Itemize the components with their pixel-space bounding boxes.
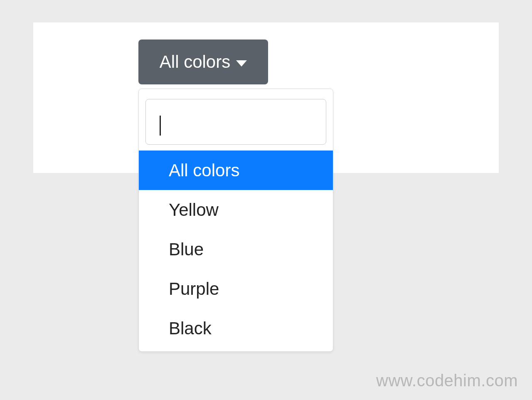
dropdown-toggle-label: All colors [160,52,230,72]
dropdown-toggle-button[interactable]: All colors [138,40,268,84]
option-label: Blue [169,240,204,259]
watermark-text: www.codehim.com [376,371,518,390]
dropdown-search-wrap [139,95,333,151]
dropdown-option-purple[interactable]: Purple [139,269,333,309]
dropdown-option-blue[interactable]: Blue [139,230,333,269]
option-label: All colors [169,160,239,180]
dropdown-option-all-colors[interactable]: All colors [139,151,333,190]
dropdown-option-black[interactable]: Black [139,309,333,348]
dropdown-option-yellow[interactable]: Yellow [139,190,333,230]
text-cursor-icon [160,116,161,136]
caret-down-icon [236,60,247,67]
option-label: Purple [169,279,219,299]
option-label: Yellow [169,200,219,220]
option-label: Black [169,319,212,338]
dropdown-menu: All colors Yellow Blue Purple Black [138,89,333,352]
dropdown-search-input[interactable] [145,99,326,145]
